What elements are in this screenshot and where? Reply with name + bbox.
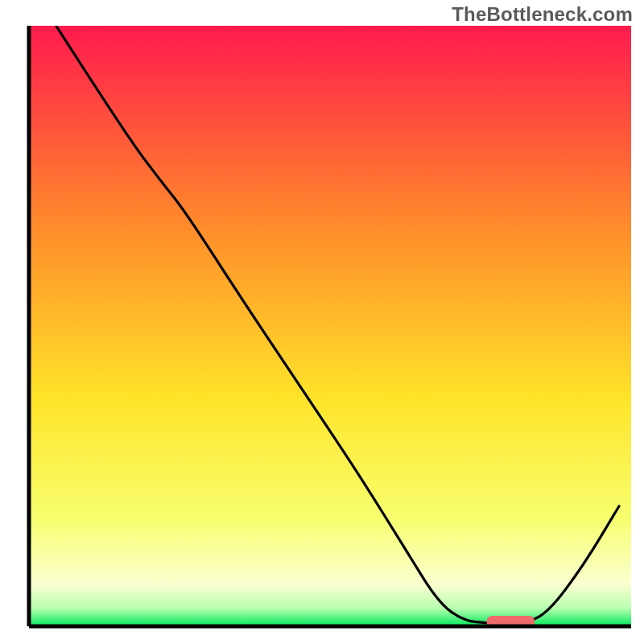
chart-frame: TheBottleneck.com [0,0,644,644]
gradient-background [29,26,631,626]
bottleneck-chart [0,0,644,644]
plot-area [29,26,631,627]
